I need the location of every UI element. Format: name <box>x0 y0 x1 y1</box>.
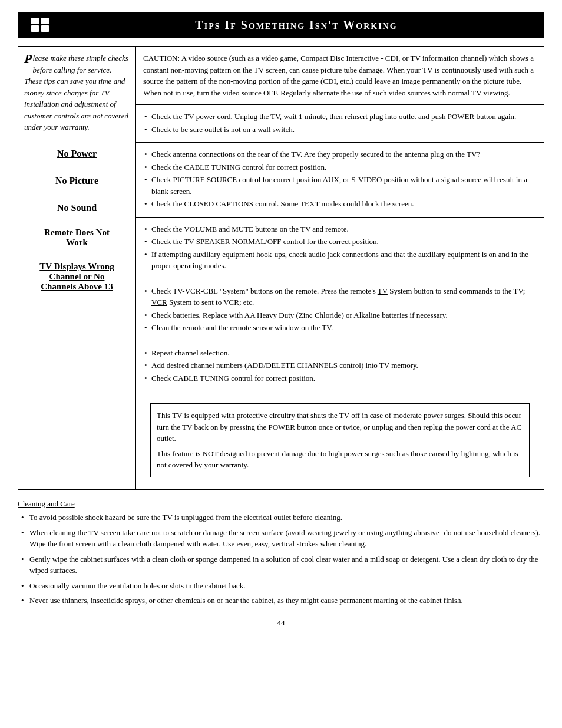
page-title: Tips If Something Isn't Working <box>60 18 533 32</box>
no-picture-section: Check antenna connections on the rear of… <box>136 143 544 218</box>
left-column: Please make these simple checks before c… <box>18 47 136 490</box>
caution-section: CAUTION: A video source (such as a video… <box>136 47 544 105</box>
section-label-remote: Remote Does NotWork <box>24 228 130 248</box>
no-sound-section: Check the VOLUME and MUTE buttons on the… <box>136 218 544 279</box>
no-sound-bullet-1: Check the VOLUME and MUTE buttons on the… <box>143 223 537 235</box>
right-column: CAUTION: A video source (such as a video… <box>136 47 544 490</box>
no-sound-bullet-3: If attempting auxiliary equipment hook-u… <box>143 249 537 272</box>
no-picture-bullets: Check antenna connections on the rear of… <box>143 149 537 210</box>
left-content: Please make these simple checks before c… <box>24 52 130 298</box>
power-surge-container: This TV is equipped with protective circ… <box>136 391 544 489</box>
cleaning-bullet-1: To avoid possible shock hazard be sure t… <box>29 512 544 523</box>
cleaning-bullet-3: Gently wipe the cabinet surfaces with a … <box>29 554 544 577</box>
section-label-no-sound: No Sound <box>24 203 130 213</box>
no-picture-bullet-2: Check the CABLE TUNING control for corre… <box>143 162 537 173</box>
svg-rect-0 <box>31 18 39 24</box>
no-power-bullet-1: Check the TV power cord. Unplug the TV, … <box>143 111 537 123</box>
no-picture-bullet-4: Check the CLOSED CAPTIONS control. Some … <box>143 198 537 210</box>
tv-channels-bullets: Repeat channel selection. Add desired ch… <box>143 347 537 384</box>
no-picture-bullet-3: Check PICTURE SOURCE control for correct… <box>143 174 537 197</box>
drop-cap: P <box>24 52 32 65</box>
power-surge-box: This TV is equipped with protective circ… <box>150 403 530 477</box>
caution-text: CAUTION: A video source (such as a video… <box>143 54 534 97</box>
section-label-tv-displays: TV Displays WrongChannel or NoChannels A… <box>24 262 130 292</box>
page-number: 44 <box>18 618 544 628</box>
no-power-section: Check the TV power cord. Unplug the TV, … <box>136 105 544 143</box>
intro-text-body: lease make these simple checks before ca… <box>24 54 128 131</box>
no-sound-bullet-2: Check the TV SPEAKER NORMAL/OFF control … <box>143 236 537 248</box>
no-power-bullets: Check the TV power cord. Unplug the TV, … <box>143 111 537 135</box>
cleaning-bullet-4: Occasionally vacuum the ventilation hole… <box>29 580 544 592</box>
cleaning-section: Cleaning and Care To avoid possible shoc… <box>18 498 544 607</box>
svg-rect-2 <box>31 25 39 32</box>
svg-rect-1 <box>41 18 49 24</box>
brand-icon <box>29 17 51 33</box>
section-label-no-picture: No Picture <box>24 176 130 186</box>
no-power-bullet-2: Check to be sure outlet is not on a wall… <box>143 124 537 136</box>
page-header: Tips If Something Isn't Working <box>18 12 544 38</box>
tv-channels-bullet-1: Repeat channel selection. <box>143 347 537 359</box>
no-sound-bullets: Check the VOLUME and MUTE buttons on the… <box>143 223 537 272</box>
cleaning-bullet-2: When cleaning the TV screen take care no… <box>29 527 544 550</box>
remote-bullets: Check TV-VCR-CBL "System" buttons on the… <box>143 285 537 334</box>
section-label-no-power: No Power <box>24 149 130 159</box>
main-content-table: Please make these simple checks before c… <box>18 46 544 490</box>
tv-channels-bullet-2: Add desired channel numbers (ADD/DELETE … <box>143 360 537 371</box>
remote-bullet-3: Clean the remote and the remote sensor w… <box>143 322 537 334</box>
power-surge-text1: This TV is equipped with protective circ… <box>157 410 523 444</box>
tv-channels-bullet-3: Check CABLE TUNING control for correct p… <box>143 373 537 384</box>
svg-rect-3 <box>41 25 49 32</box>
cleaning-bullet-5: Never use thinners, insecticide sprays, … <box>29 595 544 607</box>
intro-paragraph: Please make these simple checks before c… <box>24 52 130 133</box>
remote-bullet-1: Check TV-VCR-CBL "System" buttons on the… <box>143 285 537 308</box>
power-surge-text2: This feature is NOT designed to prevent … <box>157 448 523 471</box>
tv-channels-section: Repeat channel selection. Add desired ch… <box>136 341 544 392</box>
remote-section: Check TV-VCR-CBL "System" buttons on the… <box>136 279 544 341</box>
cleaning-bullets: To avoid possible shock hazard be sure t… <box>18 512 544 607</box>
cleaning-title: Cleaning and Care <box>18 498 544 510</box>
remote-bullet-2: Check batteries. Replace with AA Heavy D… <box>143 309 537 321</box>
no-picture-bullet-1: Check antenna connections on the rear of… <box>143 149 537 160</box>
